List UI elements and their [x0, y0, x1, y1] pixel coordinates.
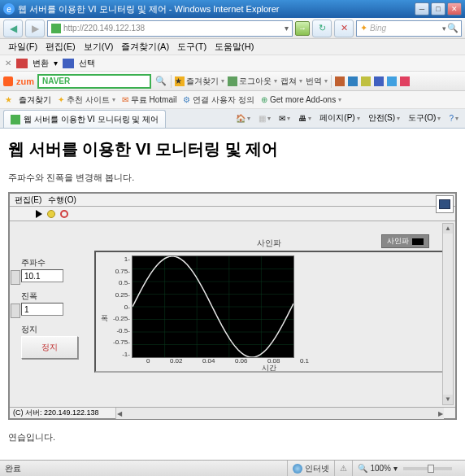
fav-connection-settings[interactable]: ⚙연결 사용자 정의 — [183, 94, 254, 106]
vi-panel: 편집(E) 수행(O) 주파수 10.1 진폭 1 정지 정지 사인파 사인파 — [8, 192, 457, 420]
amplitude-input[interactable]: 1 — [21, 303, 63, 316]
tab-title: 웹 서버를 이용한 VI 모니터링 및 제어 — [24, 114, 159, 125]
controls-column: 주파수 10.1 진폭 1 정지 정지 — [21, 238, 94, 400]
ie-icon: e — [3, 3, 15, 15]
refresh-button[interactable]: ↻ — [312, 20, 332, 37]
chart-xlabel: 시간 — [262, 363, 276, 373]
back-button[interactable]: ◀ — [3, 20, 23, 37]
vi-icon — [436, 195, 454, 213]
stop-label: 정지 — [21, 324, 94, 335]
run-continuous-icon[interactable] — [47, 210, 55, 218]
help-button[interactable]: ? — [445, 112, 462, 124]
panel-menu-operate[interactable]: 수행(O) — [48, 194, 76, 206]
panel-toolbar — [10, 207, 455, 221]
fav-recommended-sites[interactable]: ✦추천 사이트 — [58, 94, 115, 106]
zum-label[interactable]: zum — [16, 76, 34, 86]
zoom-control[interactable]: 🔍 100% ▾ — [352, 461, 460, 476]
tool-icon-4[interactable] — [374, 76, 384, 86]
status-zone: 인터넷 — [287, 461, 334, 476]
separator — [331, 75, 332, 88]
mail-button[interactable]: ✉ — [276, 112, 293, 124]
select-label[interactable]: 선택 — [79, 58, 95, 69]
naver-search-box[interactable]: NAVER — [37, 74, 151, 89]
zum-icon — [3, 76, 13, 86]
frequency-input[interactable]: 10.1 — [21, 269, 63, 282]
search-box[interactable]: ✦ Bing 🔍 — [356, 20, 462, 37]
zoom-icon: 🔍 — [358, 464, 367, 473]
search-provider-icon: ✦ — [360, 23, 367, 33]
search-go-icon[interactable]: 🔍 — [154, 75, 167, 88]
frequency-label: 주파수 — [21, 257, 94, 269]
panel-body: 주파수 10.1 진폭 1 정지 정지 사인파 사인파 폭 1-0.75-0.5… — [10, 221, 455, 407]
tool-icon-3[interactable] — [361, 76, 371, 86]
chart-xticks: 00.020.040.060.080.1 — [146, 357, 309, 365]
menu-tools[interactable]: 도구(T) — [174, 39, 210, 55]
tool-icon-2[interactable] — [348, 76, 358, 86]
go-button[interactable]: → — [295, 21, 310, 36]
abort-icon[interactable] — [60, 210, 68, 218]
window-titlebar: e 웹 서버를 이용한 VI 모니터링 및 제어 - Windows Inter… — [0, 0, 465, 18]
tool-icon-6[interactable] — [400, 76, 410, 86]
forward-button[interactable]: ▶ — [25, 20, 45, 37]
tab-favicon — [11, 115, 20, 124]
run-icon[interactable] — [36, 210, 42, 218]
tool-icon-5[interactable] — [387, 76, 397, 86]
tb-capture[interactable]: 캡쳐 — [280, 76, 302, 87]
tab-bar: 웹 서버를 이용한 VI 모니터링 및 제어 🏠 ▦ ✉ 🖶 페이지(P) 안전… — [0, 109, 465, 129]
tool-icon-1[interactable] — [335, 76, 345, 86]
close-toolbar-icon[interactable]: ✕ — [5, 59, 11, 68]
chart-area: 사인파 사인파 폭 1-0.75-0.5-0.25-0--0.25--0.5--… — [94, 238, 444, 400]
tb-logout[interactable]: 로그아웃 — [228, 76, 277, 87]
convert-icon — [16, 59, 28, 68]
separator — [171, 75, 172, 88]
menu-view[interactable]: 보기(V) — [80, 39, 117, 55]
panel-statusbar: (C) 서버: 220.149.122.138 ◀▶ — [10, 407, 455, 418]
search-placeholder: Bing — [370, 24, 386, 33]
safety-menu[interactable]: 안전(S) — [365, 111, 403, 125]
menu-file[interactable]: 파일(F) — [5, 39, 41, 55]
favorites-label[interactable]: 즐겨찾기 — [19, 94, 51, 106]
search-icon[interactable]: 🔍 — [447, 23, 458, 33]
status-protected-mode: ⚠ — [334, 461, 352, 476]
menu-help[interactable]: 도움말(H) — [211, 39, 257, 55]
minimize-button[interactable]: ─ — [415, 2, 429, 15]
tab-active[interactable]: 웹 서버를 이용한 VI 모니터링 및 제어 — [3, 110, 166, 128]
zoom-slider[interactable] — [403, 467, 452, 470]
panel-hscrollbar[interactable]: ◀▶ — [115, 408, 444, 419]
window-title: 웹 서버를 이용한 VI 모니터링 및 제어 - Windows Interne… — [18, 3, 413, 15]
page-content: 웹 서버를 이용한 VI 모니터링 및 제어 주파수와 진폭을 변경해 봅니다.… — [0, 129, 465, 470]
address-bar[interactable]: http://220.149.122.138 — [47, 20, 293, 37]
chart-ylabel: 폭 — [99, 309, 110, 317]
stop-button[interactable]: 정지 — [21, 336, 78, 359]
naver-label: NAVER — [42, 76, 70, 85]
fav-addons[interactable]: ⊕Get more Add-ons — [261, 95, 341, 104]
chart-box: 폭 1-0.75-0.5-0.25-0--0.25--0.5--0.75--1- — [94, 251, 444, 373]
menu-edit[interactable]: 편집(E) — [42, 39, 79, 55]
menu-favorites[interactable]: 즐겨찾기(A) — [118, 39, 172, 55]
stop-button[interactable]: ✕ — [334, 20, 354, 37]
close-button[interactable]: ✕ — [447, 2, 462, 15]
tools-menu[interactable]: 도구(O) — [405, 111, 444, 125]
tb-favorites[interactable]: ★즐겨찾기 — [175, 76, 224, 87]
select-icon — [63, 59, 74, 68]
nav-row: ◀ ▶ http://220.149.122.138 → ↻ ✕ ✦ Bing … — [0, 18, 465, 39]
favorites-bar: ★ 즐겨찾기 ✦추천 사이트 ✉무료 Hotmail ⚙연결 사용자 정의 ⊕G… — [0, 91, 465, 109]
panel-vscrollbar[interactable] — [442, 223, 454, 405]
page-menu[interactable]: 페이지(P) — [316, 111, 363, 125]
print-button[interactable]: 🖶 — [295, 112, 315, 124]
page-heading: 웹 서버를 이용한 VI 모니터링 및 제어 — [8, 138, 457, 160]
home-button[interactable]: 🏠 — [232, 112, 254, 124]
panel-menubar: 편집(E) 수행(O) — [10, 194, 455, 207]
chart-plot — [132, 255, 294, 358]
tb-translate[interactable]: 번역 — [306, 76, 328, 87]
menu-bar: 파일(F) 편집(E) 보기(V) 즐겨찾기(A) 도구(T) 도움말(H) — [0, 39, 465, 55]
globe-icon — [293, 464, 302, 474]
favorites-star-icon[interactable]: ★ — [5, 95, 12, 104]
browser-statusbar: 완료 인터넷 ⚠ 🔍 100% ▾ — [0, 460, 465, 476]
feeds-button[interactable]: ▦ — [255, 112, 274, 124]
chart-legend[interactable]: 사인파 — [381, 234, 429, 248]
fav-hotmail[interactable]: ✉무료 Hotmail — [122, 94, 177, 106]
panel-menu-edit[interactable]: 편집(E) — [15, 194, 41, 206]
maximize-button[interactable]: □ — [431, 2, 445, 15]
convert-label[interactable]: 변환 — [33, 58, 49, 69]
